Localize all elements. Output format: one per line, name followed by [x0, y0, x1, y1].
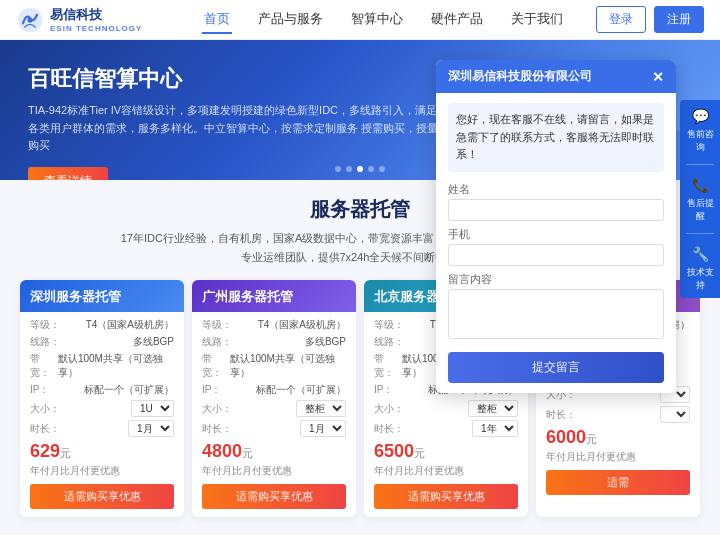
- shenzhen-duration-select[interactable]: 1月: [128, 420, 174, 437]
- carousel-dots: [335, 166, 385, 172]
- chat-submit-button[interactable]: 提交留言: [448, 352, 664, 383]
- guangzhou-duration-select[interactable]: 1月: [300, 420, 346, 437]
- panel-presales[interactable]: 💬 售前咨询: [684, 106, 716, 154]
- shenzhen-server-card: 深圳服务器托管 等级：T4（国家A级机房） 线路：多线BGP 带宽：默认100M…: [20, 280, 184, 517]
- chat-name-input[interactable]: [448, 199, 664, 221]
- guangzhou-card-body: 等级：T4（国家A级机房） 线路：多线BGP 带宽：默认100M共享（可选独享）…: [192, 312, 356, 517]
- wrench-icon: 🔧: [690, 244, 710, 264]
- panel-tech[interactable]: 🔧 技术支持: [684, 244, 716, 292]
- logo-text: 易信科技: [50, 6, 142, 24]
- cabinet-section: 机柜租用 深圳机柜租用 广州机柜租用 北京机柜租用 上海机柜: [0, 533, 720, 540]
- right-panel: 💬 售前咨询 📞 售后提醒 🔧 技术支持: [680, 100, 720, 298]
- chat-name-field: 姓名: [448, 182, 664, 221]
- shanghai-buy-button[interactable]: 适需: [546, 470, 690, 495]
- chat-icon: 💬: [690, 106, 710, 126]
- dot-1[interactable]: [335, 166, 341, 172]
- phone-icon: 📞: [690, 175, 710, 195]
- shenzhen-card-header: 深圳服务器托管: [20, 280, 184, 312]
- chat-phone-field: 手机: [448, 227, 664, 266]
- panel-divider-2: [686, 233, 714, 234]
- panel-aftersales[interactable]: 📞 售后提醒: [684, 175, 716, 223]
- chat-close-button[interactable]: ✕: [652, 69, 664, 85]
- nav-actions: 登录 注册: [596, 6, 704, 33]
- shanghai-duration-select[interactable]: [660, 406, 690, 423]
- nav-products[interactable]: 产品与服务: [256, 6, 325, 34]
- chat-message-label: 留言内容: [448, 272, 664, 287]
- chat-name-label: 姓名: [448, 182, 664, 197]
- logo-sub: ESIN TECHNOLOGY: [50, 24, 142, 33]
- logo-icon: [16, 6, 44, 34]
- chat-popup: 深圳易信科技股份有限公司 ✕ 您好，现在客服不在线，请留言，如果是急需下了的联系…: [436, 60, 676, 393]
- panel-divider-1: [686, 164, 714, 165]
- nav-hardware[interactable]: 硬件产品: [429, 6, 485, 34]
- guangzhou-card-header: 广州服务器托管: [192, 280, 356, 312]
- dot-3[interactable]: [357, 166, 363, 172]
- shenzhen-card-body: 等级：T4（国家A级机房） 线路：多线BGP 带宽：默认100M共享（可选独享）…: [20, 312, 184, 517]
- nav-home[interactable]: 首页: [202, 6, 232, 34]
- chat-header: 深圳易信科技股份有限公司 ✕: [436, 60, 676, 93]
- chat-message-textarea[interactable]: [448, 289, 664, 339]
- register-button[interactable]: 注册: [654, 6, 704, 33]
- chat-phone-label: 手机: [448, 227, 664, 242]
- chat-phone-input[interactable]: [448, 244, 664, 266]
- hero-cta-button[interactable]: 查看详情: [28, 167, 108, 180]
- logo[interactable]: 易信科技 ESIN TECHNOLOGY: [16, 6, 142, 34]
- guangzhou-buy-button[interactable]: 适需购买享优惠: [202, 484, 346, 509]
- chat-body: 您好，现在客服不在线，请留言，如果是急需下了的联系方式，客服将无法即时联系！ 姓…: [436, 93, 676, 393]
- nav-about[interactable]: 关于我们: [509, 6, 565, 34]
- svg-point-1: [27, 17, 32, 22]
- navbar: 易信科技 ESIN TECHNOLOGY 首页 产品与服务 智算中心 硬件产品 …: [0, 0, 720, 40]
- chat-company-name: 深圳易信科技股份有限公司: [448, 68, 592, 85]
- beijing-buy-button[interactable]: 适需购买享优惠: [374, 484, 518, 509]
- panel-tech-label: 技术支持: [684, 266, 716, 292]
- guangzhou-size-select[interactable]: 整柜: [296, 400, 346, 417]
- chat-message: 您好，现在客服不在线，请留言，如果是急需下了的联系方式，客服将无法即时联系！: [448, 103, 664, 172]
- dot-4[interactable]: [368, 166, 374, 172]
- dot-5[interactable]: [379, 166, 385, 172]
- beijing-size-select[interactable]: 整柜: [468, 400, 518, 417]
- nav-computing[interactable]: 智算中心: [349, 6, 405, 34]
- nav-links: 首页 产品与服务 智算中心 硬件产品 关于我们: [202, 6, 596, 34]
- panel-presales-label: 售前咨询: [684, 128, 716, 154]
- panel-aftersales-label: 售后提醒: [684, 197, 716, 223]
- shenzhen-buy-button[interactable]: 适需购买享优惠: [30, 484, 174, 509]
- shenzhen-size-select[interactable]: 1U: [131, 400, 174, 417]
- hero-desc: TIA-942标准Tier IV容错级设计，多项建发明授建的绿色新型IDC，多线…: [28, 102, 448, 155]
- chat-message-field: 留言内容: [448, 272, 664, 342]
- beijing-duration-select[interactable]: 1年: [472, 420, 518, 437]
- guangzhou-server-card: 广州服务器托管 等级：T4（国家A级机房） 线路：多线BGP 带宽：默认100M…: [192, 280, 356, 517]
- login-button[interactable]: 登录: [596, 6, 646, 33]
- dot-2[interactable]: [346, 166, 352, 172]
